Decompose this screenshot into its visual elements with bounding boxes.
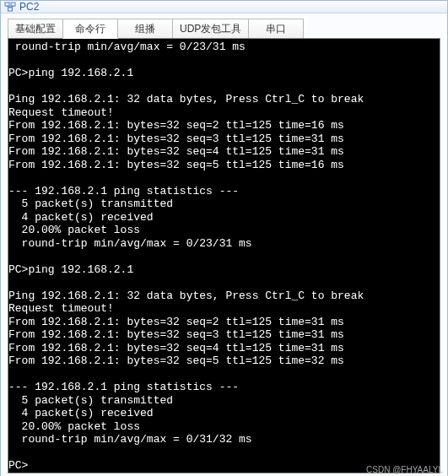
tab-command-line[interactable]: 命令行 — [62, 19, 118, 39]
tab-serial[interactable]: 串口 — [248, 19, 304, 39]
app-icon — [4, 1, 16, 13]
tab-bar: 基础配置 命令行 组播 UDP发包工具 串口 — [8, 19, 440, 39]
tab-basic-config[interactable]: 基础配置 — [8, 19, 63, 39]
window-title: PC2 — [19, 1, 39, 13]
svg-rect-2 — [8, 8, 13, 11]
terminal-output[interactable]: round-trip min/avg/max = 0/23/31 ms PC>p… — [8, 38, 440, 473]
app-window: PC2 基础配置 命令行 组播 UDP发包工具 串口 round-trip mi… — [0, 0, 448, 476]
titlebar[interactable]: PC2 — [1, 1, 447, 14]
svg-rect-0 — [5, 3, 9, 6]
watermark: CSDN @FHYAALYL — [366, 465, 443, 474]
tab-multicast[interactable]: 组播 — [117, 19, 173, 39]
tab-udp-tool[interactable]: UDP发包工具 — [172, 19, 249, 39]
content-area: 基础配置 命令行 组播 UDP发包工具 串口 round-trip min/av… — [1, 14, 447, 476]
svg-rect-1 — [11, 3, 15, 6]
